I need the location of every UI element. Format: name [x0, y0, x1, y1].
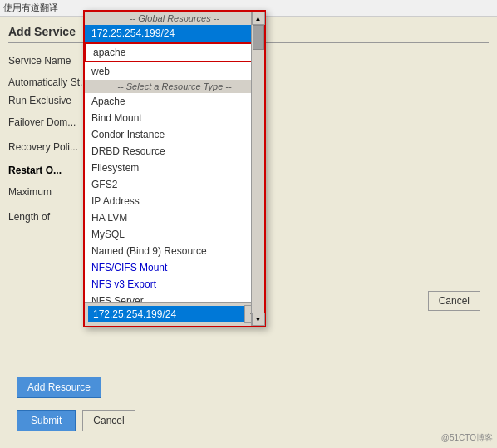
submit-button[interactable]: Submit — [17, 410, 76, 431]
bottom-select-value: 172.25.254.199/24 — [88, 306, 244, 322]
dropdown-item-drbd[interactable]: DRBD Resource — [85, 143, 264, 160]
scroll-track — [252, 25, 264, 313]
dropdown-item-named[interactable]: Named (Bind 9) Resource — [85, 243, 264, 259]
dropdown-item-apache-type[interactable]: Apache — [85, 93, 264, 110]
dropdown-item-gfs2[interactable]: GFS2 — [85, 176, 264, 193]
dropdown-item-condor[interactable]: Condor Instance — [85, 126, 264, 143]
form-action-buttons: Submit Cancel — [17, 410, 135, 431]
dropdown-item-bind-mount[interactable]: Bind Mount — [85, 110, 264, 126]
dropdown-item-apache[interactable]: apache — [85, 42, 264, 62]
scroll-down-button[interactable]: ▼ — [252, 313, 265, 326]
dropdown-item-mysql[interactable]: MySQL — [85, 226, 264, 243]
dropdown-item-web[interactable]: web — [85, 63, 264, 80]
select-resource-type-header: -- Select a Resource Type -- — [85, 80, 264, 93]
add-resource-section: Add Resource — [17, 377, 101, 398]
dropdown-item-nfs-v3[interactable]: NFS v3 Export — [85, 276, 264, 293]
bottom-select-bar: 172.25.254.199/24 ▼ — [85, 302, 264, 326]
resource-dropdown-popup: -- Global Resources -- 172.25.254.199/24… — [83, 10, 266, 327]
scroll-thumb[interactable] — [253, 25, 264, 50]
dropdown-item-ip-address[interactable]: IP Address — [85, 193, 264, 209]
watermark: @51CTO博客 — [441, 432, 493, 444]
dropdown-item-nfs-cifs[interactable]: NFS/CIFS Mount — [85, 259, 264, 276]
dropdown-item-ha-lvm[interactable]: HA LVM — [85, 209, 264, 226]
dropdown-scrollbar[interactable]: ▲ ▼ — [251, 12, 264, 326]
scroll-up-button[interactable]: ▲ — [252, 12, 265, 25]
cancel-button[interactable]: Cancel — [82, 410, 135, 431]
popup-cancel-button[interactable]: Cancel — [428, 291, 480, 311]
dropdown-item-ip[interactable]: 172.25.254.199/24 — [85, 25, 264, 42]
translation-text: 使用有道翻译 — [3, 2, 58, 14]
dropdown-item-filesystem[interactable]: Filesystem — [85, 160, 264, 176]
restart-order-label: Restart O... — [8, 165, 62, 176]
global-resources-header: -- Global Resources -- — [85, 12, 264, 25]
add-resource-button[interactable]: Add Resource — [17, 377, 101, 398]
